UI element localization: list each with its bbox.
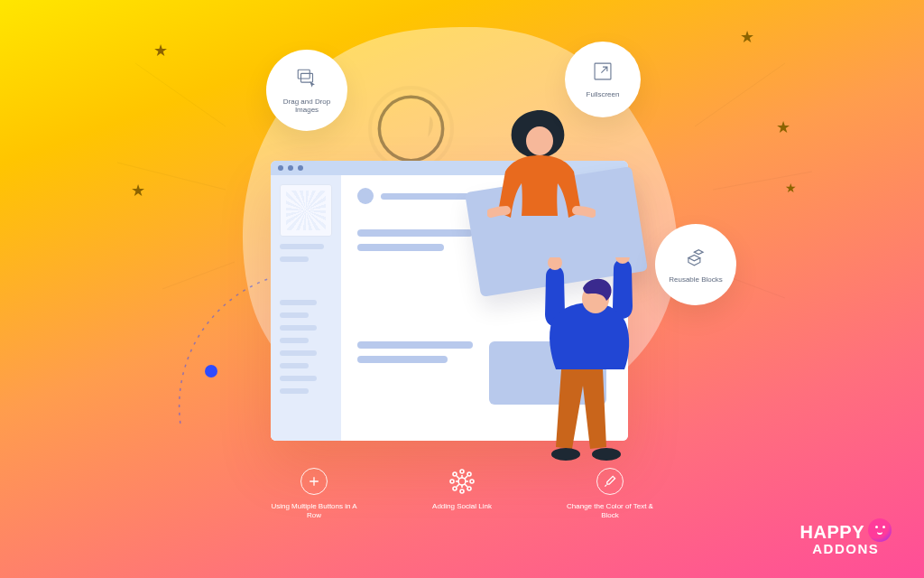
fullscreen-icon <box>591 60 614 87</box>
star-icon: ★ <box>740 27 754 47</box>
svg-point-20 <box>470 480 474 483</box>
eyedropper-icon <box>596 468 624 495</box>
bottom-features: Using Multiple Buttons in A Row Adding S… <box>271 468 653 519</box>
svg-line-3 <box>695 63 785 126</box>
feature-drag-drop: Drag and Drop Images <box>266 50 347 131</box>
svg-point-23 <box>453 487 457 490</box>
svg-point-21 <box>453 472 457 476</box>
feature-label: Fullscreen <box>587 90 620 98</box>
svg-line-2 <box>162 262 235 289</box>
blocks-icon <box>684 245 707 272</box>
star-icon: ★ <box>153 41 168 61</box>
svg-rect-13 <box>298 70 310 79</box>
star-icon: ★ <box>131 181 145 200</box>
svg-point-18 <box>460 489 464 493</box>
feature-multi-buttons: Using Multiple Buttons in A Row <box>271 468 357 519</box>
svg-line-0 <box>135 63 226 126</box>
svg-point-12 <box>592 448 621 461</box>
window-titlebar <box>271 161 628 175</box>
layers-cursor-icon <box>295 67 319 94</box>
feature-label: Adding Social Link <box>432 502 492 511</box>
happy-addons-logo: HAPPY ADDONS <box>800 520 892 556</box>
sidebar-thumbnail <box>280 184 332 237</box>
smiley-face-icon <box>868 518 892 542</box>
star-icon: ★ <box>785 181 797 195</box>
svg-point-11 <box>551 448 580 461</box>
content-block <box>489 341 606 405</box>
post-avatar <box>357 188 374 204</box>
feature-label: Reusable Blocks <box>669 275 723 284</box>
orbit-dot <box>205 365 217 378</box>
svg-point-6 <box>379 97 442 160</box>
plus-circle-icon <box>300 468 328 495</box>
feature-label: Drag and Drop Images <box>273 98 340 114</box>
feature-fullscreen: Fullscreen <box>565 42 641 117</box>
svg-point-19 <box>450 480 454 483</box>
feature-change-color: Change the Color of Text & Block <box>567 468 653 519</box>
feature-reusable-blocks: Reusable Blocks <box>655 224 736 305</box>
svg-point-24 <box>467 487 471 490</box>
editor-sidebar <box>271 175 341 441</box>
brand-line1: HAPPY <box>800 522 864 543</box>
svg-rect-14 <box>301 73 313 82</box>
network-icon <box>448 468 476 495</box>
svg-point-7 <box>526 126 553 155</box>
brand-line2: ADDONS <box>812 541 879 556</box>
wordpress-ghost-logo <box>368 86 454 172</box>
svg-point-22 <box>467 472 471 476</box>
svg-point-17 <box>460 470 464 473</box>
star-icon: ★ <box>776 117 790 137</box>
feature-social-link: Adding Social Link <box>419 468 505 519</box>
feature-label: Using Multiple Buttons in A Row <box>271 502 357 519</box>
svg-line-4 <box>713 172 812 190</box>
feature-label: Change the Color of Text & Block <box>567 502 653 519</box>
svg-point-16 <box>458 478 466 485</box>
